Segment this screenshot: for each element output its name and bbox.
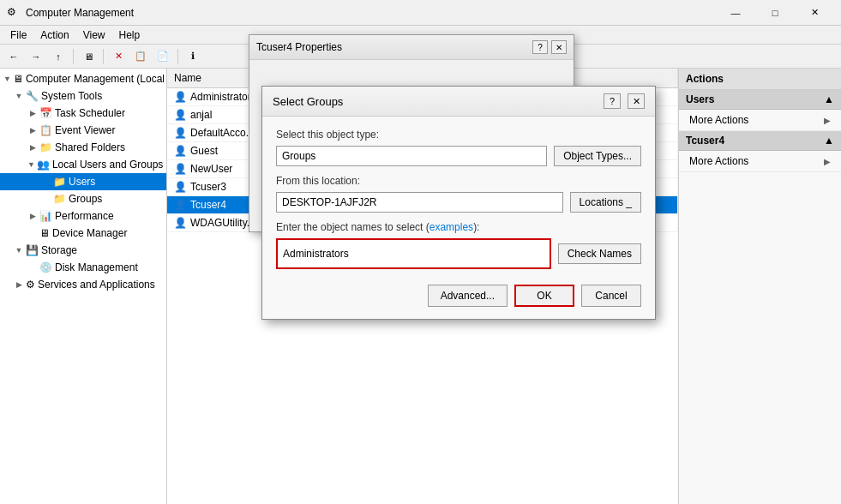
- actions-section-tcuser4-label: Tcuser4: [686, 135, 724, 147]
- tree-item-services-applications[interactable]: ▶ ⚙ Services and Applications: [0, 276, 166, 293]
- sg-ok-btn[interactable]: OK: [514, 285, 574, 307]
- toolbar-sep-2: [103, 49, 104, 64]
- tree-item-disk-management[interactable]: 💿 Disk Management: [0, 259, 166, 276]
- actions-section-users-arrow: ▲: [824, 93, 834, 105]
- computer-icon: 🖥: [13, 73, 23, 85]
- user-icon: 👤: [174, 127, 187, 139]
- menu-file[interactable]: File: [3, 26, 33, 44]
- tree-item-system-tools[interactable]: ▼ 🔧 System Tools: [0, 87, 166, 105]
- actions-section-tcuser4-arrow: ▲: [824, 135, 834, 147]
- toolbar-sep-1: [73, 49, 74, 64]
- tree-item-groups[interactable]: 📁 Groups: [0, 190, 166, 207]
- actions-more-actions-tcuser4[interactable]: More Actions ▶: [679, 151, 841, 172]
- tree-toggle-local-users: ▼: [27, 160, 35, 169]
- tree-label-task-scheduler: Task Scheduler: [55, 107, 125, 119]
- select-groups-dialog: Select Groups ? ✕ Select this object typ…: [261, 86, 656, 320]
- user-icon: 👤: [174, 181, 187, 193]
- forward-button[interactable]: →: [26, 47, 46, 66]
- tree-item-event-viewer[interactable]: ▶ 📋 Event Viewer: [0, 122, 166, 139]
- sg-help-btn[interactable]: ?: [604, 93, 621, 109]
- sg-object-type-row: Object Types...: [276, 146, 641, 166]
- dialog-props-help[interactable]: ?: [532, 40, 548, 54]
- sg-cancel-btn[interactable]: Cancel: [581, 285, 641, 307]
- shared-folders-icon: 📁: [39, 141, 52, 153]
- minimize-button[interactable]: —: [716, 0, 755, 26]
- actions-section-users[interactable]: Users ▲: [679, 90, 841, 110]
- local-users-icon: 👥: [37, 159, 50, 171]
- task-scheduler-icon: 📅: [39, 107, 52, 119]
- actions-more-actions-users[interactable]: More Actions ▶: [679, 110, 841, 131]
- app-icon: ⚙: [7, 6, 21, 20]
- tree-label-local-users: Local Users and Groups: [52, 159, 163, 171]
- more-actions-users-label: More Actions: [689, 114, 748, 126]
- user-icon: 👤: [174, 199, 187, 211]
- sg-location-label: From this location:: [276, 175, 641, 187]
- tree-toggle-task-scheduler: ▶: [27, 109, 38, 117]
- storage-icon: 💾: [26, 244, 39, 256]
- sg-location-row: Locations _: [276, 192, 641, 213]
- tree-label-performance: Performance: [55, 210, 114, 222]
- more-actions-tcuser4-arrow: ▶: [824, 157, 831, 166]
- tree-item-users[interactable]: 📁 Users: [0, 173, 166, 190]
- tree-item-shared-folders[interactable]: ▶ 📁 Shared Folders: [0, 139, 166, 156]
- tree-label-storage: Storage: [41, 244, 77, 256]
- tree-panel: ▼ 🖥 Computer Management (Local ▼ 🔧 Syste…: [0, 69, 167, 504]
- tree-item-local-users-groups[interactable]: ▼ 👥 Local Users and Groups: [0, 156, 166, 173]
- tree-item-task-scheduler[interactable]: ▶ 📅 Task Scheduler: [0, 105, 166, 122]
- tree-label-users: Users: [69, 176, 95, 188]
- dialog-props-controls: ? ✕: [532, 40, 567, 54]
- up-button[interactable]: ↑: [48, 47, 69, 66]
- window-title: Computer Management: [26, 7, 716, 19]
- close-button[interactable]: ✕: [795, 0, 834, 26]
- event-viewer-icon: 📋: [39, 124, 52, 136]
- sg-location-input[interactable]: [276, 192, 563, 213]
- user-icon: 👤: [174, 109, 187, 121]
- sg-examples-link[interactable]: examples: [430, 221, 473, 233]
- actions-panel: Actions Users ▲ More Actions ▶ Tcuser4 ▲…: [678, 69, 841, 504]
- sg-title-bar: Select Groups ? ✕: [262, 87, 655, 117]
- actions-section-tcuser4[interactable]: Tcuser4 ▲: [679, 131, 841, 151]
- menu-help[interactable]: Help: [112, 26, 147, 44]
- sg-advanced-btn[interactable]: Advanced...: [428, 285, 508, 307]
- groups-folder-icon: 📁: [53, 193, 66, 205]
- computer-button[interactable]: 🖥: [78, 47, 99, 66]
- tree-root[interactable]: ▼ 🖥 Computer Management (Local: [0, 70, 166, 87]
- sg-close-btn[interactable]: ✕: [628, 93, 645, 109]
- title-bar: ⚙ Computer Management — □ ✕: [0, 0, 841, 26]
- dialog-props-titlebar: Tcuser4 Properties ? ✕: [249, 35, 574, 60]
- tree-label-services: Services and Applications: [38, 279, 155, 291]
- back-button[interactable]: ←: [3, 47, 24, 66]
- dialog-props-title: Tcuser4 Properties: [256, 41, 342, 53]
- user-icon: 👤: [174, 217, 187, 229]
- tree-item-device-manager[interactable]: 🖥 Device Manager: [0, 225, 166, 242]
- sg-locations-btn[interactable]: Locations _: [570, 192, 641, 213]
- sg-object-type-input[interactable]: [276, 146, 547, 166]
- tree-toggle-services: ▶: [14, 280, 24, 289]
- sg-title: Select Groups: [273, 95, 343, 108]
- tree-toggle-shared-folders: ▶: [27, 143, 38, 152]
- help-toolbar-button[interactable]: ℹ: [183, 47, 203, 66]
- sg-names-input[interactable]: [276, 238, 551, 269]
- tree-item-performance[interactable]: ▶ 📊 Performance: [0, 207, 166, 225]
- actions-section-users-label: Users: [686, 93, 714, 105]
- sg-check-names-btn[interactable]: Check Names: [558, 243, 641, 264]
- sg-names-label: Enter the object names to select (exampl…: [276, 221, 641, 233]
- properties-button[interactable]: 📋: [130, 47, 151, 66]
- menu-view[interactable]: View: [76, 26, 112, 44]
- maximize-button[interactable]: □: [755, 0, 795, 26]
- tree-label-groups: Groups: [69, 193, 102, 205]
- tree-toggle-root: ▼: [3, 75, 11, 83]
- more-actions-users-arrow: ▶: [824, 116, 831, 125]
- sg-names-row: Check Names: [276, 238, 641, 269]
- actions-header: Actions: [679, 69, 841, 90]
- delete-button[interactable]: ✕: [108, 47, 129, 66]
- tree-label-shared-folders: Shared Folders: [55, 141, 125, 153]
- new-button[interactable]: 📄: [153, 47, 173, 66]
- tree-toggle-event-viewer: ▶: [27, 126, 38, 135]
- sg-object-types-btn[interactable]: Object Types...: [554, 146, 641, 166]
- dialog-props-close[interactable]: ✕: [551, 40, 567, 54]
- tree-toggle-system-tools: ▼: [14, 92, 24, 100]
- menu-action[interactable]: Action: [33, 26, 75, 44]
- sg-body: Select this object type: Object Types...…: [262, 117, 655, 319]
- tree-item-storage[interactable]: ▼ 💾 Storage: [0, 242, 166, 259]
